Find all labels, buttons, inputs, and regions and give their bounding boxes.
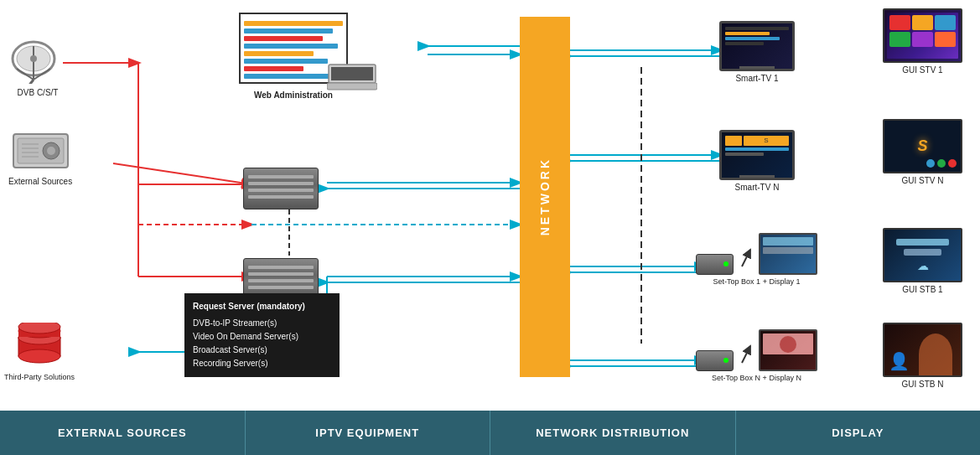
gui-stvN-label: GUI STV N [883, 176, 962, 185]
gui-stbN-thumb: 👤 [883, 323, 962, 377]
smart-tv1-component: Smart-TV 1 [719, 21, 795, 83]
svg-line-54 [742, 250, 750, 266]
svg-point-46 [18, 349, 60, 363]
svg-rect-53 [327, 83, 377, 90]
dvb-component: DVB C/S/T [8, 34, 67, 97]
network-label: NETWORK [538, 158, 552, 235]
gui-stv1-thumb [883, 8, 962, 63]
database-icon [13, 323, 67, 369]
req-server-line1: DVB-to-IP Streamer(s) [193, 317, 331, 330]
laptop-icon [327, 63, 377, 92]
gui-stb1-component: ☁ GUI STB 1 [883, 228, 962, 294]
footer-network-label: NETWORK DISTRIBUTION [536, 427, 689, 439]
dvb-label: DVB C/S/T [8, 88, 67, 97]
server1-component [243, 168, 319, 209]
arrow-stb1-display-icon [738, 246, 754, 271]
web-admin-component: Web Administration [239, 13, 348, 100]
footer-section-external: EXTERNAL SOURCES [0, 411, 246, 455]
stb1-label: Set-Top Box 1 + Display 1 [696, 277, 817, 286]
gui-stbN-component: 👤 GUI STB N [883, 323, 962, 389]
ext-sources-label: External Sources [8, 176, 72, 187]
req-server-line2: Video On Demand Server(s) [193, 330, 331, 344]
smart-tv1-label: Smart-TV 1 [719, 74, 795, 83]
footer-section-display: DISPLAY [736, 411, 981, 455]
footer-section-iptv: IPTV EQUIPMENT [246, 411, 491, 455]
footer-bar: EXTERNAL SOURCES IPTV EQUIPMENT NETWORK … [0, 411, 980, 455]
gui-stv1-label: GUI STV 1 [883, 65, 962, 75]
satellite-dish-icon [8, 34, 67, 84]
request-server-label: Request Server (mandatory) DVB-to-IP Str… [184, 293, 340, 377]
svg-point-39 [47, 147, 55, 155]
smart-tvN-component: S Smart-TV N [719, 130, 795, 192]
gui-stb1-thumb: ☁ [883, 228, 962, 282]
diagram: DVB C/S/T External Sources [0, 0, 980, 411]
svg-line-33 [25, 80, 34, 84]
server1-icon [243, 168, 319, 209]
svg-line-55 [742, 346, 750, 363]
gui-stvN-thumb: S [883, 119, 962, 173]
gui-stb1-label: GUI STB 1 [883, 285, 962, 294]
connections-overlay [0, 0, 980, 411]
footer-external-label: EXTERNAL SOURCES [58, 427, 187, 439]
storage-device-icon [9, 126, 72, 172]
stbN-label: Set-Top Box N + Display N [696, 374, 817, 382]
arrow-stbN-display-icon [738, 342, 754, 367]
footer-section-network: NETWORK DISTRIBUTION [490, 411, 736, 455]
stbN-device-icon [696, 350, 734, 371]
svg-point-32 [30, 55, 37, 62]
network-bar: NETWORK [520, 17, 570, 377]
gui-stvN-component: S GUI STV N [883, 119, 962, 185]
ext-sources-component: External Sources [8, 126, 72, 187]
svg-rect-52 [331, 67, 373, 80]
stbN-component: Set-Top Box N + Display N [696, 329, 817, 382]
footer-display-label: DISPLAY [832, 427, 884, 439]
req-server-line4: Recording Server(s) [193, 357, 331, 370]
third-party-label: Third-Party Solutions [4, 373, 75, 381]
smart-tv1-screen-icon [719, 21, 795, 71]
svg-line-3 [113, 163, 251, 184]
gui-stv1-component: GUI STV 1 [883, 8, 962, 75]
display1-monitor-icon [759, 233, 817, 275]
third-party-component: Third-Party Solutions [4, 323, 75, 381]
svg-point-50 [18, 323, 60, 333]
stb1-component: Set-Top Box 1 + Display 1 [696, 233, 817, 286]
gui-stbN-label: GUI STB N [883, 380, 962, 389]
footer-iptv-label: IPTV EQUIPMENT [315, 427, 419, 439]
req-server-title: Request Server (mandatory) [193, 300, 331, 313]
smart-tvN-label: Smart-TV N [719, 183, 795, 192]
smart-tvN-screen-icon: S [719, 130, 795, 180]
displayN-monitor-icon [759, 329, 817, 371]
req-server-line3: Broadcast Server(s) [193, 344, 331, 357]
stb1-device-icon [696, 254, 734, 275]
